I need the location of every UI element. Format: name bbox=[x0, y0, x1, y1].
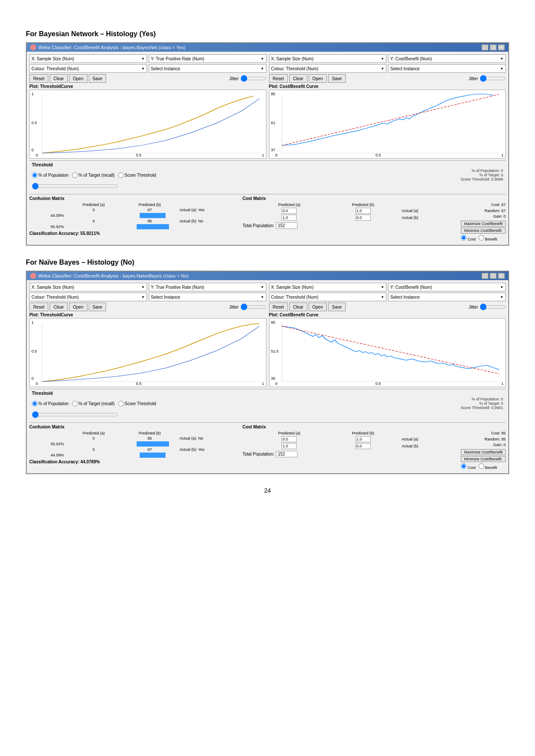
s2-conf-row2: 0 67 Actual (b): Yes bbox=[29, 447, 240, 452]
s1-thresh-info2: % of Target: 0 bbox=[461, 173, 503, 177]
s2-threshold-title: Threshold bbox=[32, 391, 503, 396]
s1-right-reset-btn[interactable]: Reset bbox=[269, 74, 288, 83]
s2-right-select-dropdown[interactable]: Select Instance▼ bbox=[388, 293, 506, 301]
s2-reset-btn[interactable]: Reset bbox=[29, 303, 48, 311]
s2-clear-btn[interactable]: Clear bbox=[50, 303, 68, 311]
s2-radio-target[interactable] bbox=[72, 401, 78, 406]
s2-radio-population[interactable] bbox=[32, 401, 38, 406]
s2-left-colour-dropdown[interactable]: Colour: Threshold (Num)▼ bbox=[29, 293, 147, 301]
s2-accuracy: Classification Accuracy: 44.0789% bbox=[29, 459, 240, 464]
s1-right-colour-dropdown[interactable]: Colour: Threshold (Num)▼ bbox=[269, 64, 387, 73]
s2-right-save-btn[interactable]: Save bbox=[328, 303, 346, 311]
s2-conf-pred-a: Predicted (a) bbox=[66, 431, 122, 436]
s2-benefit-radio[interactable] bbox=[479, 463, 484, 469]
s1-save-btn[interactable]: Save bbox=[89, 74, 106, 83]
s2-maximize-btn[interactable]: □ bbox=[490, 273, 497, 279]
close-btn[interactable]: ✕ bbox=[498, 44, 505, 50]
s1-reset-btn[interactable]: Reset bbox=[29, 74, 48, 83]
s1-radio-population[interactable] bbox=[32, 172, 38, 178]
s2-max-btn[interactable]: Maximize Cost/Benefit bbox=[461, 449, 506, 455]
section1-title: For Bayesian Network – Histology (Yes) bbox=[26, 30, 509, 38]
s2-left-plot: 1 0.5 0 0 0.5 1 bbox=[29, 318, 266, 387]
s2-left-select-dropdown[interactable]: Select Instance▼ bbox=[149, 293, 266, 301]
s1-left-colour-dropdown[interactable]: Colour: Threshold (Num)▼ bbox=[29, 64, 147, 73]
s2-confusion-title: Confusion Matrix bbox=[29, 425, 240, 429]
s2-left-plot-label: Plot: ThresholdCurve bbox=[29, 312, 266, 317]
s1-right-save-btn[interactable]: Save bbox=[328, 74, 346, 83]
s2-total-input[interactable] bbox=[276, 451, 297, 457]
s2-cost-radio[interactable] bbox=[461, 463, 466, 469]
s2-min-btn[interactable]: Minimize Cost/Benefit bbox=[461, 456, 506, 462]
s1-open-btn[interactable]: Open bbox=[69, 74, 87, 83]
s2-right-plot: 85 51.5 30 0 0.5 1 bbox=[269, 318, 506, 387]
s1-thresh-info3: Score Threshold: 0.9998 bbox=[461, 177, 503, 181]
s1-jitter-slider[interactable] bbox=[241, 76, 266, 81]
s2-left-x-dropdown[interactable]: X: Sample Size (Num)▼ bbox=[29, 283, 147, 291]
s2-save-btn[interactable]: Save bbox=[89, 303, 106, 311]
maximize-btn[interactable]: □ bbox=[490, 44, 497, 50]
s1-min-btn[interactable]: Minimize Cost/Benefit bbox=[461, 228, 506, 234]
s1-threshold-slider[interactable] bbox=[32, 183, 118, 190]
s1-total-label: Total Population: bbox=[242, 223, 274, 228]
s1-cost-radio[interactable] bbox=[461, 235, 466, 241]
s2-cost-row2: Actual (b) bbox=[242, 443, 457, 450]
s1-cost-row2: Actual (b) bbox=[242, 214, 457, 221]
s1-cost-pred-a: Predicted (a) bbox=[252, 202, 326, 207]
s2-close-btn[interactable]: ✕ bbox=[498, 273, 505, 279]
s2-radio-score[interactable] bbox=[118, 401, 124, 406]
s1-confusion-title: Confusion Matrix bbox=[29, 196, 240, 201]
weka-logo bbox=[30, 44, 36, 50]
s2-right-jitter-slider[interactable] bbox=[480, 305, 506, 309]
s1-clear-btn[interactable]: Clear bbox=[50, 74, 68, 83]
svg-line-4 bbox=[282, 94, 499, 146]
s2-minimize-btn[interactable]: _ bbox=[482, 273, 488, 279]
section2-titlebar-text: Weka Classifier: Cost/Benefit Analysis -… bbox=[38, 273, 189, 278]
s1-right-select-dropdown[interactable]: Select Instance▼ bbox=[388, 64, 506, 73]
s2-right-reset-btn[interactable]: Reset bbox=[269, 303, 288, 311]
s2-right-jitter-label: Jitter bbox=[469, 305, 478, 309]
s2-right-y-dropdown[interactable]: Y: Cost/Benefit (Num)▼ bbox=[388, 283, 506, 291]
s2-right-open-btn[interactable]: Open bbox=[309, 303, 327, 311]
s2-right-clear-btn[interactable]: Clear bbox=[289, 303, 307, 311]
s1-left-select-dropdown[interactable]: Select Instance▼ bbox=[149, 64, 266, 73]
s2-cost-pred-a: Predicted (a) bbox=[252, 431, 326, 436]
s2-thresh-info2: % of Target: 0 bbox=[461, 401, 503, 406]
s1-right-clear-btn[interactable]: Clear bbox=[289, 74, 307, 83]
s1-cost-info: Cost: 67 Random: 67 Gain: 0 bbox=[461, 202, 506, 220]
s1-total-input[interactable] bbox=[276, 222, 297, 229]
s1-right-y-dropdown[interactable]: Y: Cost/Benefit (Num)▼ bbox=[388, 54, 506, 63]
s1-right-jitter-slider[interactable] bbox=[480, 76, 506, 81]
s2-threshold-slider[interactable] bbox=[32, 411, 118, 418]
s1-benefit-radio[interactable] bbox=[479, 235, 484, 241]
s2-conf-row1-bar: 55.92% bbox=[29, 441, 240, 447]
section1-window: Weka Classifier: Cost/Benefit Analysis -… bbox=[26, 42, 509, 246]
s2-right-plot-label: Plot: Cost/Benefit Curve bbox=[269, 312, 506, 317]
svg-line-9 bbox=[282, 326, 499, 374]
s2-total-label: Total Population: bbox=[242, 452, 274, 456]
s1-max-btn[interactable]: Maximize Cost/Benefit bbox=[461, 221, 506, 227]
weka-logo2 bbox=[30, 273, 36, 279]
s1-jitter-label: Jitter bbox=[229, 76, 239, 81]
section2-titlebar: Weka Classifier: Cost/Benefit Analysis -… bbox=[27, 272, 508, 280]
s2-conf-pred-b: Predicted (b) bbox=[122, 431, 178, 436]
s2-jitter-slider[interactable] bbox=[241, 305, 266, 309]
s1-radio-score[interactable] bbox=[118, 172, 124, 178]
s2-open-btn[interactable]: Open bbox=[69, 303, 87, 311]
s1-left-y-dropdown[interactable]: Y: True Positive Rate (Num)▼ bbox=[149, 54, 266, 63]
s1-radio-target[interactable] bbox=[72, 172, 78, 178]
s1-left-x-dropdown[interactable]: X: Sample Size (Num)▼ bbox=[29, 54, 147, 63]
minimize-btn[interactable]: _ bbox=[482, 44, 488, 50]
s1-right-x-dropdown[interactable]: X: Sample Size (Num)▼ bbox=[269, 54, 387, 63]
s1-thresh-info1: % of Population: 0 bbox=[461, 169, 503, 173]
s2-cost-title: Cost Matrix bbox=[242, 425, 506, 429]
s1-right-jitter-label: Jitter bbox=[469, 76, 478, 81]
s1-conf-row2-bar: 55.92% bbox=[29, 224, 240, 230]
s2-right-x-dropdown[interactable]: X: Sample Size (Num)▼ bbox=[269, 283, 387, 291]
s2-right-colour-dropdown[interactable]: Colour: Threshold (Num)▼ bbox=[269, 293, 387, 301]
s2-thresh-info1: % of Population: 0 bbox=[461, 397, 503, 401]
s2-cost-row1: Actual (a) bbox=[242, 436, 457, 443]
s1-right-open-btn[interactable]: Open bbox=[309, 74, 327, 83]
s1-right-plot-label: Plot: Cost/Benefit Curve bbox=[269, 84, 506, 89]
s2-left-y-dropdown[interactable]: Y: True Positive Rate (Num)▼ bbox=[149, 283, 266, 291]
s1-left-plot: 1 0.5 0 0 0.5 1 bbox=[29, 90, 266, 159]
